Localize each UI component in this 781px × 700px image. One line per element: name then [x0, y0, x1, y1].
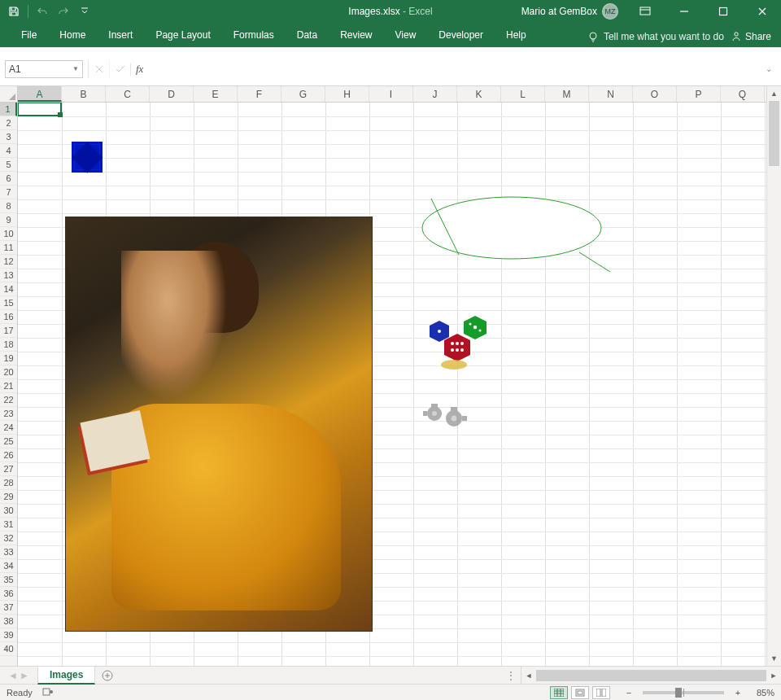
- row-header-34[interactable]: 34: [0, 559, 17, 573]
- tell-me-search[interactable]: Tell me what you want to do: [587, 31, 724, 42]
- scroll-left-button[interactable]: ◄: [521, 672, 536, 680]
- row-header-36[interactable]: 36: [0, 587, 17, 601]
- row-header-35[interactable]: 35: [0, 573, 17, 587]
- sheet-tab-images[interactable]: Images: [37, 667, 95, 685]
- redo-button[interactable]: [55, 2, 72, 20]
- row-header-25[interactable]: 25: [0, 435, 17, 448]
- tab-file[interactable]: File: [10, 24, 48, 46]
- column-header-M[interactable]: M: [545, 86, 589, 102]
- row-header-8[interactable]: 8: [0, 199, 17, 213]
- column-header-L[interactable]: L: [501, 86, 545, 102]
- gears-image[interactable]: [420, 404, 472, 427]
- row-header-13[interactable]: 13: [0, 269, 17, 282]
- column-header-Q[interactable]: Q: [721, 86, 765, 102]
- row-header-31[interactable]: 31: [0, 518, 17, 532]
- scroll-up-button[interactable]: ▲: [767, 86, 781, 101]
- select-all-corner[interactable]: [0, 86, 18, 103]
- sheet-nav-prev[interactable]: ◄: [8, 670, 18, 681]
- vertical-scrollbar[interactable]: ▲ ▼: [766, 86, 781, 666]
- row-header-26[interactable]: 26: [0, 448, 17, 462]
- scroll-down-button[interactable]: ▼: [767, 651, 781, 666]
- sheet-nav-next[interactable]: ►: [20, 670, 29, 681]
- row-header-11[interactable]: 11: [0, 241, 17, 255]
- row-header-33[interactable]: 33: [0, 545, 17, 559]
- zoom-slider[interactable]: [643, 691, 724, 694]
- vertical-scroll-thumb[interactable]: [769, 101, 779, 166]
- row-header-22[interactable]: 22: [0, 393, 17, 407]
- row-header-14[interactable]: 14: [0, 282, 17, 296]
- tab-insert[interactable]: Insert: [97, 24, 144, 46]
- row-header-1[interactable]: 1: [0, 103, 17, 116]
- zoom-slider-knob[interactable]: [675, 688, 682, 698]
- tab-developer[interactable]: Developer: [427, 24, 495, 46]
- zoom-level[interactable]: 85%: [757, 688, 774, 698]
- insert-function-button[interactable]: fx: [130, 63, 148, 76]
- row-header-18[interactable]: 18: [0, 338, 17, 352]
- column-header-J[interactable]: J: [413, 86, 457, 102]
- row-header-9[interactable]: 9: [0, 213, 17, 227]
- tab-strip-resize-handle[interactable]: ⋮: [501, 667, 521, 684]
- column-header-E[interactable]: E: [194, 86, 238, 102]
- row-header-39[interactable]: 39: [0, 628, 17, 642]
- speech-bubble-shape[interactable]: [408, 195, 615, 273]
- account-area[interactable]: Mario at GemBox MZ: [515, 3, 625, 20]
- column-header-O[interactable]: O: [633, 86, 677, 102]
- row-header-30[interactable]: 30: [0, 504, 17, 518]
- name-box[interactable]: A1 ▼: [5, 60, 83, 78]
- dice-image[interactable]: [423, 316, 495, 374]
- column-header-C[interactable]: C: [106, 86, 150, 102]
- tab-formulas[interactable]: Formulas: [222, 24, 286, 46]
- row-header-12[interactable]: 12: [0, 255, 17, 269]
- row-header-40[interactable]: 40: [0, 642, 17, 656]
- row-header-23[interactable]: 23: [0, 407, 17, 421]
- new-sheet-button[interactable]: [95, 667, 120, 684]
- normal-view-button[interactable]: [550, 686, 568, 699]
- formula-enter-button[interactable]: [109, 60, 130, 78]
- row-header-7[interactable]: 7: [0, 186, 17, 199]
- tab-view[interactable]: View: [384, 24, 428, 46]
- column-header-I[interactable]: I: [369, 86, 413, 102]
- tab-page-layout[interactable]: Page Layout: [144, 24, 221, 46]
- column-header-N[interactable]: N: [589, 86, 633, 102]
- row-header-5[interactable]: 5: [0, 158, 17, 172]
- expand-formula-bar-button[interactable]: ⌄: [761, 64, 776, 73]
- row-header-6[interactable]: 6: [0, 172, 17, 186]
- row-header-37[interactable]: 37: [0, 601, 17, 615]
- row-header-32[interactable]: 32: [0, 532, 17, 545]
- column-header-D[interactable]: D: [150, 86, 194, 102]
- scroll-right-button[interactable]: ►: [766, 672, 781, 680]
- row-header-16[interactable]: 16: [0, 310, 17, 324]
- close-button[interactable]: [744, 0, 781, 23]
- tab-help[interactable]: Help: [495, 24, 538, 46]
- column-header-A[interactable]: A: [18, 86, 62, 102]
- save-button[interactable]: [5, 2, 23, 20]
- horizontal-scrollbar[interactable]: ◄ ►: [521, 667, 781, 684]
- row-header-2[interactable]: 2: [0, 116, 17, 130]
- column-header-G[interactable]: G: [281, 86, 325, 102]
- maximize-button[interactable]: [705, 0, 742, 23]
- column-header-H[interactable]: H: [325, 86, 369, 102]
- row-header-27[interactable]: 27: [0, 462, 17, 476]
- column-header-B[interactable]: B: [62, 86, 106, 102]
- column-header-K[interactable]: K: [457, 86, 501, 102]
- row-header-29[interactable]: 29: [0, 490, 17, 504]
- tab-data[interactable]: Data: [286, 24, 329, 46]
- tab-review[interactable]: Review: [329, 24, 383, 46]
- formula-cancel-button[interactable]: [88, 60, 109, 78]
- customize-qat-button[interactable]: [76, 2, 94, 20]
- undo-button[interactable]: [33, 2, 51, 20]
- cells-area[interactable]: [18, 103, 766, 666]
- column-header-P[interactable]: P: [677, 86, 721, 102]
- page-break-view-button[interactable]: [592, 686, 610, 699]
- ribbon-display-options-button[interactable]: [626, 0, 664, 23]
- row-header-10[interactable]: 10: [0, 227, 17, 241]
- macro-record-button[interactable]: [42, 687, 54, 698]
- row-header-17[interactable]: 17: [0, 324, 17, 338]
- share-button[interactable]: Share: [731, 31, 771, 42]
- row-header-20[interactable]: 20: [0, 365, 17, 379]
- row-header-28[interactable]: 28: [0, 476, 17, 490]
- row-header-4[interactable]: 4: [0, 144, 17, 158]
- row-header-3[interactable]: 3: [0, 130, 17, 144]
- row-header-38[interactable]: 38: [0, 615, 17, 628]
- zoom-out-button[interactable]: −: [623, 688, 635, 698]
